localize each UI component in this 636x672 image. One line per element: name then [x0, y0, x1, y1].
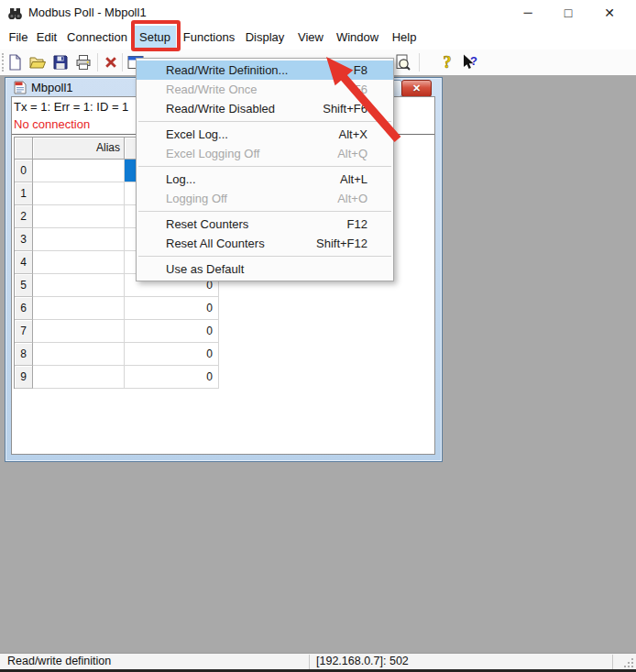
row-number: 7 [15, 320, 33, 343]
table-row: 6 0 [15, 297, 219, 320]
row-number: 6 [15, 297, 33, 320]
alias-cell[interactable] [33, 274, 125, 297]
menu-item-reset-counters[interactable]: Reset Counters F12 [137, 215, 393, 234]
open-file-icon[interactable] [28, 53, 47, 72]
status-message: Read/write definition [7, 654, 111, 669]
menu-item-excel-logging-off[interactable]: Excel Logging Off Alt+Q [137, 144, 393, 163]
binoculars-app-icon [7, 6, 23, 21]
menubar-item-file[interactable]: File [5, 26, 31, 50]
status-bar: Read/write definition [192.168.0.7]: 502 [0, 653, 636, 672]
menubar-item-window[interactable]: Window [332, 26, 383, 50]
alias-cell[interactable] [33, 343, 125, 366]
menu-item-excel-log[interactable]: Excel Log... Alt+X [137, 125, 393, 144]
context-help-icon[interactable]: ? [461, 53, 479, 72]
alias-cell[interactable] [33, 228, 125, 251]
close-button[interactable]: ✕ [590, 0, 629, 26]
minimize-button[interactable]: ─ [511, 0, 544, 26]
child-window-title: Mbpoll1 [31, 79, 73, 96]
row-number: 3 [15, 228, 33, 251]
alias-column-header[interactable]: Alias [33, 138, 125, 160]
menu-item-logging-off[interactable]: Logging Off Alt+O [137, 189, 393, 208]
value-cell[interactable]: 0 [125, 297, 219, 320]
menu-separator [138, 166, 391, 167]
row-number: 4 [15, 251, 33, 274]
resize-grip[interactable] [623, 657, 634, 668]
menu-separator [138, 121, 391, 122]
value-cell[interactable]: 0 [125, 366, 219, 389]
alias-cell[interactable] [33, 297, 125, 320]
menu-separator [138, 256, 391, 257]
menu-item-log[interactable]: Log... Alt+L [137, 170, 393, 189]
value-cell[interactable]: 0 [125, 320, 219, 343]
menu-bar: File Edit Connection Setup Functions Dis… [0, 26, 636, 50]
toolbar-separator [122, 53, 123, 72]
menu-item-read-write-once[interactable]: Read/Write Once F6 [137, 80, 393, 99]
new-file-icon[interactable] [5, 53, 24, 72]
menubar-item-display[interactable]: Display [240, 26, 290, 50]
menubar-item-help[interactable]: Help [389, 26, 420, 50]
svg-text:?: ? [470, 54, 477, 68]
alias-cell[interactable] [33, 366, 125, 389]
row-header-corner [15, 138, 33, 160]
table-row: 8 0 [15, 343, 219, 366]
row-number: 2 [15, 205, 33, 228]
table-row: 7 0 [15, 320, 219, 343]
menubar-item-setup[interactable]: Setup [134, 26, 176, 50]
save-file-icon[interactable] [51, 53, 70, 72]
menu-item-read-write-disabled[interactable]: Read/Write Disabled Shift+F6 [137, 99, 393, 118]
row-number: 9 [15, 366, 33, 389]
cancel-icon[interactable] [102, 53, 120, 72]
menu-item-reset-all-counters[interactable]: Reset All Counters Shift+F12 [137, 234, 393, 253]
alias-cell[interactable] [33, 182, 125, 205]
toolbar-separator [419, 53, 420, 72]
modbus-poll-window: Modbus Poll - Mbpoll1 ─ □ ✕ File Edit Co… [0, 0, 636, 672]
row-number: 0 [15, 160, 33, 182]
statusbar-separator [309, 655, 310, 669]
statusbar-separator [612, 655, 613, 669]
row-number: 8 [15, 343, 33, 366]
table-row: 9 0 [15, 366, 219, 389]
window-title: Modbus Poll - Mbpoll1 [28, 0, 147, 26]
print-preview-icon[interactable] [393, 53, 411, 72]
document-icon [14, 81, 27, 94]
about-icon[interactable]: ? [438, 53, 456, 72]
child-close-icon[interactable]: ✕ [401, 80, 432, 97]
menubar-item-view[interactable]: View [293, 26, 328, 50]
connection-address: [192.168.0.7]: 502 [316, 654, 409, 669]
toolbar-separator [97, 53, 98, 72]
value-cell[interactable]: 0 [125, 343, 219, 366]
menubar-item-connection[interactable]: Connection [64, 26, 130, 50]
alias-cell[interactable] [33, 205, 125, 228]
alias-cell[interactable] [33, 160, 125, 182]
row-number: 1 [15, 182, 33, 205]
menu-separator [138, 211, 391, 212]
svg-text:?: ? [444, 53, 452, 72]
print-icon[interactable] [74, 53, 93, 72]
setup-menu-popup: Read/Write Definition... F8 Read/Write O… [136, 58, 394, 281]
menu-item-read-write-definition[interactable]: Read/Write Definition... F8 [137, 61, 393, 80]
alias-cell[interactable] [33, 251, 125, 274]
menu-item-use-as-default[interactable]: Use as Default [137, 259, 393, 279]
alias-cell[interactable] [33, 320, 125, 343]
menubar-item-edit[interactable]: Edit [33, 26, 60, 50]
menubar-item-functions[interactable]: Functions [180, 26, 238, 50]
maximize-button[interactable]: □ [552, 0, 585, 26]
title-bar: Modbus Poll - Mbpoll1 ─ □ ✕ [0, 0, 636, 26]
row-number: 5 [15, 274, 33, 297]
